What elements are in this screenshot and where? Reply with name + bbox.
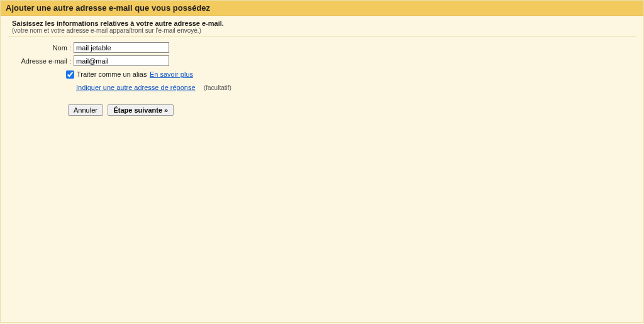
cancel-button[interactable]: Annuler xyxy=(68,104,103,116)
alias-checkbox-label: Traiter comme un alias xyxy=(77,70,147,78)
next-step-button[interactable]: Étape suivante » xyxy=(108,104,174,116)
name-label: Nom : xyxy=(8,44,74,52)
divider xyxy=(8,36,636,37)
email-input[interactable] xyxy=(74,55,169,66)
name-input[interactable] xyxy=(74,42,169,53)
alias-checkbox[interactable] xyxy=(66,70,74,79)
dialog-title: Ajouter une autre adresse e-mail que vou… xyxy=(1,1,643,16)
reply-address-link[interactable]: Indiquer une autre adresse de réponse xyxy=(76,84,196,91)
main-instruction: Saisissez les informations relatives à v… xyxy=(12,20,636,27)
optional-label: (facultatif) xyxy=(204,84,231,91)
email-label: Adresse e-mail : xyxy=(8,57,74,65)
learn-more-link[interactable]: En savoir plus xyxy=(150,70,193,78)
sub-instruction: (votre nom et votre adresse e-mail appar… xyxy=(12,27,636,34)
